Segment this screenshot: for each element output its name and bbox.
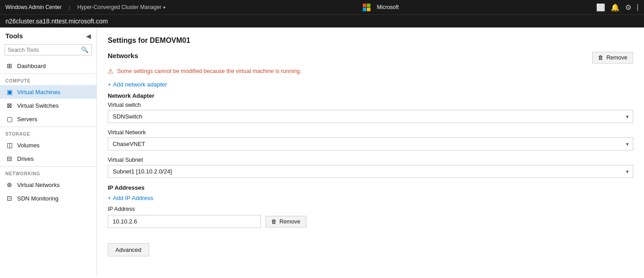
topbar-icons: ⬜ 🔔 ⚙ | [596,3,639,12]
virtual-switch-dropdown-wrap: SDNSwitch ▾ [108,110,633,123]
topbar-separator: | [69,5,70,10]
warning-banner: ⚠ Some settings cannot be modified becau… [108,68,633,75]
plus-icon: + [108,81,111,88]
vm-icon: ▣ [5,88,14,96]
cluster-manager-label[interactable]: Hyper-Converged Cluster Manager ▾ [78,4,166,10]
sidebar-search-area: 🔍 [0,42,96,59]
display-icon[interactable]: ⬜ [596,3,605,12]
add-ip-address-button[interactable]: + Add IP Address [108,195,153,201]
virtual-switch-field: Virtual switch SDNSwitch ▾ [108,102,633,123]
dashboard-icon: ⊞ [5,62,14,69]
sidebar-item-dashboard[interactable]: ⊞ Dashboard [0,59,96,73]
search-button[interactable]: 🔍 [78,45,91,55]
section-header-row: Networks 🗑 Remove [108,52,633,65]
virtual-network-field: Virtual Network ChaseVNET ▾ [108,129,633,150]
add-network-adapter-button[interactable]: + Add network adapter [108,81,167,88]
compute-divider [0,73,96,74]
storage-divider [0,127,96,127]
app-title: Windows Admin Center [5,4,62,10]
sidebar-item-servers[interactable]: ▢ Servers [0,112,96,126]
sidebar-item-label: Virtual Machines [17,89,60,96]
servers-icon: ▢ [5,115,14,123]
trash-icon: 🗑 [271,219,277,225]
virtual-subnet-label: Virtual Subnet [108,157,633,163]
main-content: Settings for DEMOVM01 Networks 🗑 Remove … [97,27,644,277]
ip-address-row: 🗑 Remove [108,215,633,228]
storage-section-label: STORAGE [0,128,96,138]
subbar: n26cluster.sa18.nttest.microsoft.com [0,14,644,27]
ip-addresses-section: IP Addresses + Add IP Address IP Address… [108,184,633,228]
chevron-down-icon: ▾ [163,5,165,10]
page-title: Settings for DEMOVM01 [108,36,633,45]
sidebar-header: Tools ◀ [0,27,96,42]
search-input[interactable] [5,45,78,55]
sidebar-title: Tools [5,32,23,40]
section-title: Networks [108,52,138,59]
user-icon[interactable]: | [637,3,639,11]
warning-icon: ⚠ [108,68,114,75]
network-adapter-header: Network Adapter [108,92,633,99]
remove-ip-button[interactable]: 🗑 Remove [265,216,306,228]
microsoft-logo [363,4,370,11]
virtual-subnet-field: Virtual Subnet Subnet1 [10.10.2.0/24] ▾ [108,157,633,178]
microsoft-label: Microsoft [377,4,399,10]
sidebar-item-label: Virtual Networks [17,182,59,188]
remove-network-adapter-button[interactable]: 🗑 Remove [592,52,633,64]
virtual-subnet-select[interactable]: Subnet1 [10.10.2.0/24] [108,165,633,178]
sidebar-item-volumes[interactable]: ◫ Volumes [0,138,96,152]
sidebar-item-label: Dashboard [17,63,46,69]
vswitch-icon: ⊠ [5,102,14,109]
settings-icon[interactable]: ⚙ [625,3,631,12]
sidebar-item-virtual-switches[interactable]: ⊠ Virtual Switches [0,99,96,112]
virtual-network-select[interactable]: ChaseVNET [108,137,633,150]
trash-icon: 🗑 [598,55,604,61]
sidebar-item-sdn-monitoring[interactable]: ⊡ SDN Monitoring [0,191,96,205]
cluster-name: n26cluster.sa18.nttest.microsoft.com [5,18,108,25]
ip-address-input[interactable] [108,215,261,228]
sidebar-item-label: Servers [17,116,37,123]
vnet-icon: ⊛ [5,181,14,188]
sidebar-item-drives[interactable]: ⊟ Drives [0,152,96,165]
drives-icon: ⊟ [5,155,14,162]
sidebar-item-virtual-networks[interactable]: ⊛ Virtual Networks [0,178,96,191]
sidebar-collapse-button[interactable]: ◀ [86,32,91,40]
sidebar-item-label: Volumes [17,142,40,149]
ip-addresses-header: IP Addresses [108,184,633,191]
networking-section-label: NETWORKING [0,168,96,178]
volumes-icon: ◫ [5,141,14,149]
networking-divider [0,166,96,167]
sidebar-item-label: Drives [17,155,34,162]
sidebar-item-virtual-machines[interactable]: ▣ Virtual Machines [0,85,96,99]
virtual-switch-label: Virtual switch [108,102,633,108]
ip-input-wrap [108,215,261,228]
sdn-icon: ⊡ [5,195,14,202]
compute-section-label: COMPUTE [0,75,96,85]
warning-text: Some settings cannot be modified because… [117,68,301,74]
sidebar-item-label: Virtual Switches [17,102,59,109]
virtual-network-label: Virtual Network [108,129,633,136]
virtual-network-dropdown-wrap: ChaseVNET ▾ [108,137,633,150]
ip-address-label: IP Address [108,206,633,212]
search-wrap: 🔍 [5,44,92,55]
notification-icon[interactable]: 🔔 [611,3,620,12]
virtual-subnet-dropdown-wrap: Subnet1 [10.10.2.0/24] ▾ [108,165,633,178]
main-layout: Tools ◀ 🔍 ⊞ Dashboard COMPUTE ▣ Virtual … [0,27,644,277]
topbar: Windows Admin Center | Hyper-Converged C… [0,0,644,14]
sidebar-item-label: SDN Monitoring [17,195,59,202]
virtual-switch-select[interactable]: SDNSwitch [108,110,633,123]
plus-icon: + [108,195,111,201]
advanced-button[interactable]: Advanced [108,243,149,256]
sidebar: Tools ◀ 🔍 ⊞ Dashboard COMPUTE ▣ Virtual … [0,27,97,277]
